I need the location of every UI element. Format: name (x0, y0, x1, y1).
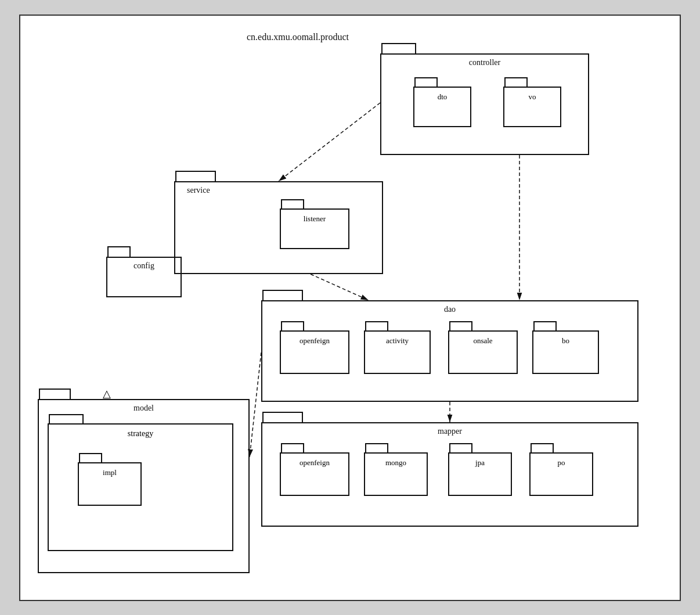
po-package: po (529, 452, 593, 496)
impl-label: impl (79, 468, 140, 477)
mapper-openfeign-package: openfeign (280, 452, 349, 496)
activity-label: activity (365, 336, 430, 346)
listener-tab (281, 199, 304, 210)
po-label: po (531, 458, 592, 467)
vo-tab (504, 77, 528, 88)
onsale-tab (449, 321, 472, 332)
dao-to-model-arrow (250, 353, 261, 457)
service-label: service (187, 186, 210, 195)
bo-label: bo (533, 336, 598, 346)
controller-to-service-arrow (279, 103, 380, 181)
mapper-openfeign-label: openfeign (281, 458, 348, 467)
dto-label: dto (414, 92, 470, 102)
service-tab (175, 171, 216, 182)
config-package: config (106, 257, 182, 297)
dao-label: dao (262, 305, 637, 314)
dto-tab (414, 77, 438, 88)
service-package: service listener (174, 181, 383, 274)
dao-tab (262, 290, 303, 301)
dao-openfeign-tab (281, 321, 304, 332)
mapper-tab (262, 412, 303, 423)
model-label: model (39, 404, 248, 413)
diagram-title: cn.edu.xmu.oomall.product (247, 32, 349, 42)
dao-openfeign-package: openfeign (280, 330, 349, 374)
mapper-openfeign-tab (281, 443, 304, 454)
activity-tab (365, 321, 388, 332)
impl-tab (79, 453, 102, 463)
controller-package: controller dto vo (380, 53, 589, 155)
dto-package: dto (413, 87, 471, 127)
mapper-label: mapper (262, 427, 637, 436)
jpa-label: jpa (449, 458, 511, 467)
bo-tab (533, 321, 557, 332)
model-outer-package: △ model strategy impl (38, 399, 250, 573)
mongo-label: mongo (365, 458, 427, 467)
listener-label: listener (281, 214, 348, 224)
diagram-canvas: cn.edu.xmu.oomall.product controller dto… (19, 15, 681, 601)
mongo-package: mongo (364, 452, 428, 496)
config-label: config (107, 261, 181, 271)
jpa-tab (449, 443, 472, 454)
onsale-label: onsale (449, 336, 517, 346)
jpa-package: jpa (448, 452, 512, 496)
strategy-label: strategy (49, 429, 232, 438)
controller-label: controller (381, 58, 588, 67)
onsale-package: onsale (448, 330, 518, 374)
inheritance-indicator: △ (103, 387, 111, 400)
strategy-package: strategy impl (48, 423, 233, 551)
mongo-tab (365, 443, 388, 454)
impl-package: impl (78, 462, 142, 506)
mapper-package: mapper openfeign mongo jpa po (261, 422, 638, 527)
controller-tab (381, 43, 416, 55)
config-tab (107, 246, 131, 258)
vo-label: vo (504, 92, 560, 102)
activity-package: activity (364, 330, 431, 374)
dao-package: dao openfeign activity onsale bo (261, 300, 638, 402)
model-tab (39, 389, 71, 400)
strategy-tab (49, 414, 84, 425)
po-tab (531, 443, 554, 454)
vo-package: vo (503, 87, 561, 127)
listener-package: listener (280, 208, 349, 249)
bo-package: bo (532, 330, 599, 374)
service-to-dao-arrow (311, 274, 369, 300)
dao-openfeign-label: openfeign (281, 336, 348, 346)
